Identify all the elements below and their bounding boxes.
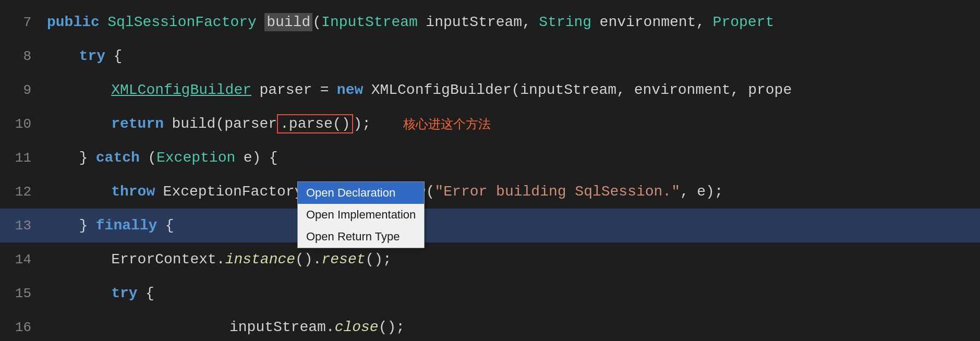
line-7: 7 public SqlSessionFactory build ( Input…: [0, 5, 980, 39]
assign-1: =: [320, 82, 329, 98]
param-environment: environment,: [600, 14, 705, 30]
line-11-content: } catch ( Exception e) {: [47, 150, 277, 166]
close-call: ();: [379, 319, 405, 335]
kw-catch-1: catch: [96, 150, 140, 166]
line-13: 13 } finally {: [0, 209, 980, 242]
param-inputstream: inputStream,: [426, 14, 531, 30]
kw-try-2: try: [111, 285, 137, 301]
line-16: 16 inputStream. close ();: [0, 310, 980, 341]
errorcontext-reset: ErrorContext.: [111, 251, 225, 267]
build-call: build(parser: [172, 116, 277, 132]
var-parser-1: parser: [259, 82, 312, 98]
kw-finally: finally: [96, 217, 158, 234]
parse-highlighted: .parse(): [277, 114, 353, 133]
method-reset: reset: [321, 251, 365, 267]
context-menu: Open Declaration Open Implementation Ope…: [297, 181, 425, 248]
menu-item-open-implementation[interactable]: Open Implementation: [298, 204, 424, 226]
e-var: e);: [697, 184, 723, 200]
type-sqlsessionfactory: SqlSessionFactory: [107, 14, 257, 30]
close-try: }: [79, 150, 88, 166]
line-7-content: public SqlSessionFactory build ( InputSt…: [47, 13, 774, 31]
line-14: 14 ErrorContext. instance (). reset ();: [0, 242, 980, 276]
line-15: 15 try {: [0, 276, 980, 310]
kw-return: return: [111, 116, 164, 132]
catch-brace: {: [269, 150, 278, 166]
reset-call: ();: [365, 251, 391, 267]
method-close: close: [335, 319, 379, 335]
menu-item-open-declaration[interactable]: Open Declaration: [298, 182, 424, 204]
params-start: (: [312, 14, 321, 30]
line-number-9: 9: [10, 82, 31, 98]
line-number-8: 8: [10, 48, 31, 64]
line-14-content: ErrorContext. instance (). reset ();: [47, 251, 392, 267]
new-xmlconfigbuilder: XMLConfigBuilder(inputStream, environmen…: [371, 82, 792, 98]
kw-try-1: try: [79, 48, 105, 64]
line-number-15: 15: [10, 286, 31, 301]
annotation-cn: 核心进这个方法: [403, 116, 491, 132]
method-instance: instance: [225, 251, 295, 267]
line-10: 10 return build(parser .parse() ); 核心进这个…: [0, 107, 980, 141]
type-exception: Exception: [156, 150, 235, 166]
comma-e: ,: [680, 184, 689, 200]
kw-public: public: [47, 14, 100, 30]
inputstream-close: inputStream.: [229, 319, 335, 335]
line-13-content: } finally {: [47, 217, 174, 234]
string-error-msg: "Error building SqlSession.": [435, 184, 680, 200]
type-xmlconfigbuilder[interactable]: XMLConfigBuilder: [111, 82, 251, 98]
line-number-12: 12: [10, 184, 31, 200]
try2-brace: {: [146, 285, 154, 301]
line-number-14: 14: [10, 252, 31, 267]
menu-item-open-return-type[interactable]: Open Return Type: [298, 226, 424, 248]
type-inputstream: InputStream: [321, 14, 418, 30]
method-build: build: [264, 13, 312, 31]
kw-throw: throw: [111, 184, 155, 200]
type-string: String: [539, 14, 591, 30]
line-12: 12 throw ExceptionFactory. wrapException…: [0, 175, 980, 209]
line-9-content: XMLConfigBuilder parser = new XMLConfigB…: [47, 82, 792, 98]
brace-open-1: {: [113, 48, 122, 64]
kw-new-1: new: [337, 82, 363, 98]
line-number-10: 10: [10, 116, 31, 132]
line-16-content: inputStream. close ();: [47, 319, 405, 335]
wrap-open: (: [426, 184, 435, 200]
line-10-content: return build(parser .parse() ); 核心进这个方法: [47, 114, 491, 133]
line-8-content: try {: [47, 48, 122, 64]
line-9: 9 XMLConfigBuilder parser = new XMLConfi…: [0, 73, 980, 107]
exception-factory: ExceptionFactory.: [163, 184, 312, 200]
type-propert: Propert: [713, 14, 775, 30]
close-catch: }: [79, 217, 88, 234]
catch-params-1: (: [148, 150, 156, 166]
line-15-content: try {: [47, 285, 154, 301]
line-number-7: 7: [10, 15, 31, 30]
close-paren-return: );: [353, 116, 371, 132]
exception-var: e): [244, 150, 261, 166]
line-8: 8 try {: [0, 39, 980, 73]
finally-brace: {: [165, 217, 174, 234]
instance-call: ().: [295, 251, 321, 267]
line-number-16: 16: [10, 320, 31, 335]
code-editor: 7 public SqlSessionFactory build ( Input…: [0, 0, 980, 341]
line-number-11: 11: [10, 150, 31, 166]
line-number-13: 13: [10, 218, 31, 234]
line-11: 11 } catch ( Exception e) {: [0, 141, 980, 175]
